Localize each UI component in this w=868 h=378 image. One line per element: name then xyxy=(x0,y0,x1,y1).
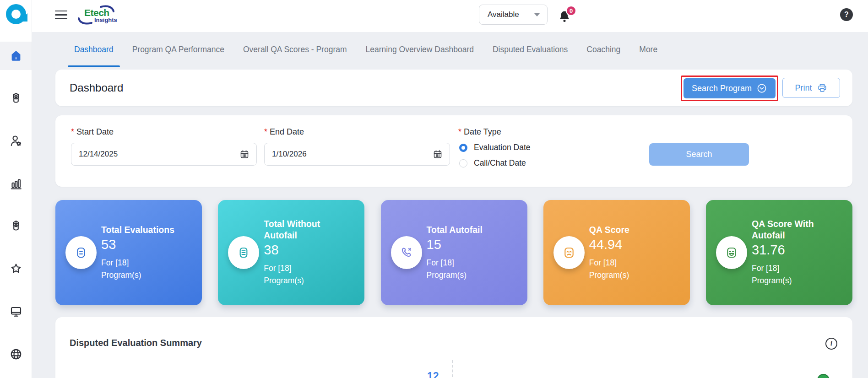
sidebar-item-qa-badge[interactable] xyxy=(0,84,32,113)
stat-title: Total Evaluations xyxy=(101,224,186,236)
sidebar-item-user-settings[interactable] xyxy=(0,127,32,155)
top-header: Etech Insights Available 0 ? xyxy=(32,0,868,32)
star-icon xyxy=(9,262,23,275)
stat-icon-circle xyxy=(65,236,97,269)
sidebar-item-favorites[interactable] xyxy=(0,254,32,283)
tab-coaching[interactable]: Coaching xyxy=(586,32,621,67)
search-program-label: Search Program xyxy=(692,84,752,93)
chart-partial-value: 12 xyxy=(427,370,439,378)
stat-card-total-without-autofail[interactable]: Total Without Autofail 38 For [18] Progr… xyxy=(218,200,364,305)
stat-value: 15 xyxy=(427,237,518,252)
home-icon xyxy=(9,49,23,63)
sidebar-item-globe[interactable] xyxy=(0,340,32,368)
stat-card-total-autofail[interactable]: Total Autofail 15 For [18] Program(s) xyxy=(381,200,527,305)
page-title: Dashboard xyxy=(70,81,123,94)
end-date-input[interactable] xyxy=(272,150,432,159)
chart-dashed-gridline xyxy=(452,360,453,378)
bar-chart-icon xyxy=(9,177,23,190)
availability-value: Available xyxy=(488,10,519,19)
radio-evaluation-date[interactable]: Evaluation Date xyxy=(459,143,531,152)
stat-subtitle: For [18] Program(s) xyxy=(427,257,482,281)
stat-icon-circle xyxy=(391,236,422,269)
search-program-highlight-box: Search Program xyxy=(681,76,778,101)
stat-card-qa-score[interactable]: QA Score 44.94 For [18] Program(s) xyxy=(543,200,690,305)
tab-disputed-evaluations[interactable]: Disputed Evaluations xyxy=(492,32,569,67)
globe-icon xyxy=(9,347,23,361)
required-marker: * xyxy=(458,127,461,136)
stat-icon-circle xyxy=(716,236,747,269)
start-date-input[interactable] xyxy=(79,150,239,159)
availability-dropdown[interactable]: Available xyxy=(479,5,548,25)
chart-green-marker xyxy=(817,374,830,378)
radio-call-chat-date[interactable]: Call/Chat Date xyxy=(459,158,526,168)
tab-program-qa-performance[interactable]: Program QA Performance xyxy=(131,32,225,67)
start-date-label: *Start Date xyxy=(71,127,114,137)
required-marker: * xyxy=(71,127,74,136)
radio-unselected-icon xyxy=(459,159,467,167)
summary-title: Disputed Evaluation Summary xyxy=(70,338,202,348)
search-program-button[interactable]: Search Program xyxy=(684,78,776,98)
chevron-down-icon xyxy=(534,13,540,16)
stat-title: Total Without Autofail xyxy=(264,218,348,241)
stat-value: 38 xyxy=(264,243,355,258)
phone-missed-icon xyxy=(399,245,414,260)
user-settings-icon xyxy=(9,134,23,148)
stat-value: 53 xyxy=(101,237,193,252)
stat-icon-circle xyxy=(553,236,585,269)
radio-selected-icon xyxy=(459,144,467,152)
radio-call-chat-date-label: Call/Chat Date xyxy=(474,158,526,168)
sidebar xyxy=(0,0,32,378)
main-content: Dashboard Program QA Performance Overall… xyxy=(32,32,868,378)
required-marker: * xyxy=(264,127,267,136)
stat-subtitle: For [18] Program(s) xyxy=(101,257,156,281)
date-type-label: *Date Type xyxy=(458,127,501,137)
sidebar-item-reports[interactable] xyxy=(0,169,32,198)
help-icon: ? xyxy=(844,11,849,19)
notification-count-badge: 0 xyxy=(566,5,576,16)
stat-title: QA Score With Autofail xyxy=(752,218,836,241)
stat-title: Total Autofail xyxy=(427,224,511,236)
qa-badge-alt-icon xyxy=(9,219,23,233)
stat-subtitle: For [18] Program(s) xyxy=(264,262,319,287)
stat-card-total-evaluations[interactable]: Total Evaluations 53 For [18] Program(s) xyxy=(55,200,202,305)
sidebar-item-qa-badge-alt[interactable] xyxy=(0,212,32,240)
monitor-icon xyxy=(9,305,23,319)
notifications-button[interactable]: 0 xyxy=(558,6,578,25)
hamburger-menu-icon[interactable] xyxy=(55,11,67,19)
tab-more[interactable]: More xyxy=(638,32,658,67)
disputed-evaluation-summary-card: Disputed Evaluation Summary i 12 xyxy=(55,317,852,378)
print-label: Print xyxy=(795,83,812,93)
stat-subtitle: For [18] Program(s) xyxy=(589,257,644,281)
help-button[interactable]: ? xyxy=(840,8,853,21)
stat-card-qa-score-with-autofail[interactable]: QA Score With Autofail 31.76 For [18] Pr… xyxy=(706,200,852,305)
clipboard-lines-icon xyxy=(74,245,88,260)
info-icon[interactable]: i xyxy=(825,338,837,350)
app-root: Etech Insights Available 0 ? Dashboard P… xyxy=(0,0,868,378)
stat-value: 44.94 xyxy=(589,237,681,252)
tab-overall-qa-scores-program[interactable]: Overall QA Scores - Program xyxy=(242,32,348,67)
sad-badge-icon xyxy=(562,245,576,260)
q-app-logo[interactable] xyxy=(4,3,29,27)
start-date-field xyxy=(71,143,257,166)
print-button[interactable]: Print xyxy=(782,78,840,98)
filter-search-button[interactable]: Search xyxy=(649,143,749,166)
page-title-card: Dashboard Search Program Print xyxy=(55,70,852,106)
stat-title: QA Score xyxy=(589,224,674,236)
tab-learning-overview-dashboard[interactable]: Learning Overview Dashboard xyxy=(365,32,475,67)
sidebar-item-home[interactable] xyxy=(0,42,32,70)
tab-bar: Dashboard Program QA Performance Overall… xyxy=(73,32,658,67)
filters-card: *Start Date *End Date xyxy=(55,115,852,187)
end-date-label: *End Date xyxy=(264,127,304,137)
tab-dashboard[interactable]: Dashboard xyxy=(73,32,114,67)
list-document-icon xyxy=(236,245,251,260)
sidebar-item-monitor[interactable] xyxy=(0,297,32,326)
calendar-icon[interactable] xyxy=(239,149,250,160)
printer-icon xyxy=(817,82,828,93)
happy-badge-icon xyxy=(724,245,739,260)
calendar-icon[interactable] xyxy=(432,149,443,160)
stat-subtitle: For [18] Program(s) xyxy=(752,262,807,287)
qa-badge-icon xyxy=(9,92,23,105)
stat-icon-circle xyxy=(228,236,259,269)
logo-text-secondary: Insights xyxy=(94,16,117,23)
stat-cards-row: Total Evaluations 53 For [18] Program(s)… xyxy=(55,200,852,305)
